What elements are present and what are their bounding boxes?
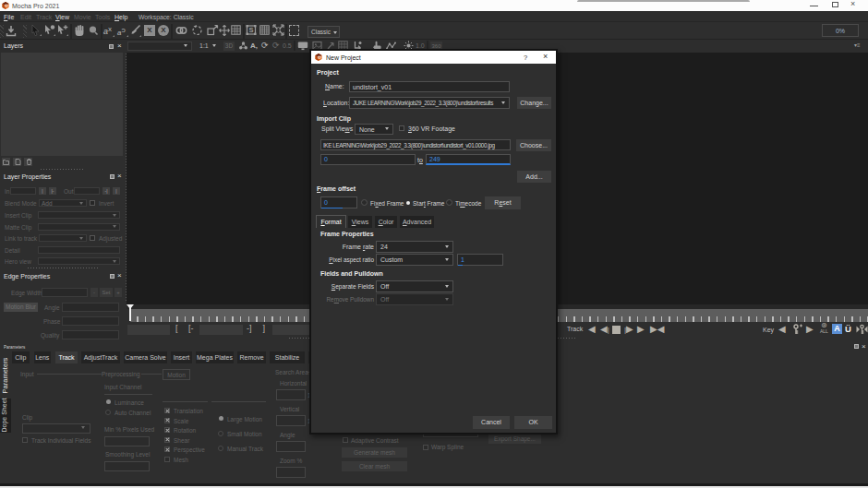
svg-text:S: S <box>248 26 253 34</box>
